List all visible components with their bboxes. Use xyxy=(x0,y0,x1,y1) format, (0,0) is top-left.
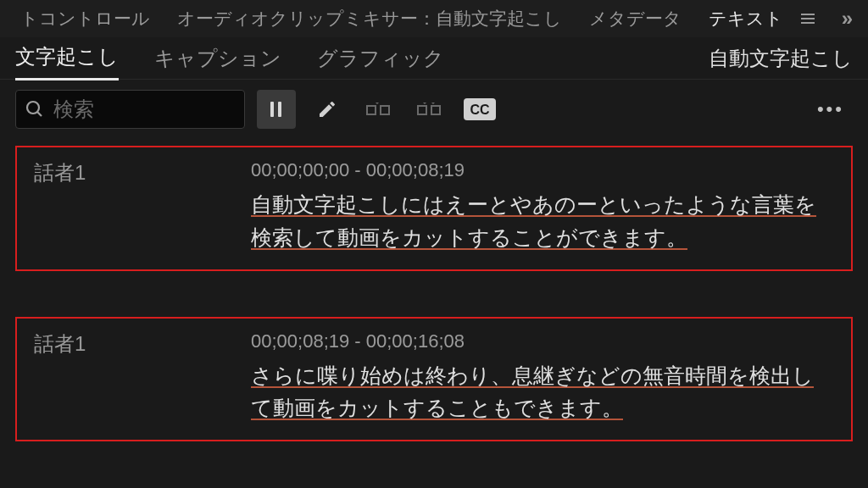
auto-transcribe-label[interactable]: 自動文字起こし xyxy=(709,45,853,72)
search-icon xyxy=(25,99,45,119)
subtab-captions[interactable]: キャプション xyxy=(154,38,281,79)
pause-detect-button[interactable] xyxy=(257,90,296,129)
tab-text[interactable]: テキスト xyxy=(695,7,797,30)
transcript-text[interactable]: 自動文字起こしにはえーとやあのーといったような言葉を検索して動画をカットすること… xyxy=(251,188,834,254)
segment-after-icon xyxy=(416,99,442,119)
svg-rect-9 xyxy=(418,106,426,114)
timecode: 00;00;08;19 - 00;00;16;08 xyxy=(251,330,834,352)
svg-rect-6 xyxy=(278,102,281,117)
transcript-toolbar: CC ••• xyxy=(0,80,868,141)
pencil-icon xyxy=(317,99,337,119)
transcript-segment[interactable]: 話者1 00;00;00;00 - 00;00;08;19 自動文字起こしにはえ… xyxy=(15,146,853,271)
panel-tabs: トコントロール オーディオクリップミキサー：自動文字起こし メタデータ テキスト… xyxy=(0,0,868,37)
search-field[interactable] xyxy=(15,90,245,129)
text-sub-tabs: 文字起こし キャプション グラフィック 自動文字起こし xyxy=(0,37,868,80)
subtab-transcribe[interactable]: 文字起こし xyxy=(15,36,119,80)
segment-before-icon xyxy=(365,99,391,119)
search-input[interactable] xyxy=(53,97,236,121)
svg-rect-10 xyxy=(431,106,440,114)
tab-control[interactable]: トコントロール xyxy=(7,7,164,30)
cc-button[interactable]: CC xyxy=(460,90,499,129)
speaker-label: 話者1 xyxy=(34,330,229,425)
tab-audio-clip-mixer[interactable]: オーディオクリップミキサー：自動文字起こし xyxy=(164,7,576,30)
speaker-label: 話者1 xyxy=(34,159,229,254)
segment-after-button[interactable] xyxy=(409,90,448,129)
svg-point-3 xyxy=(27,102,39,114)
timecode: 00;00;00;00 - 00;00;08;19 xyxy=(251,159,834,181)
more-options-button[interactable]: ••• xyxy=(809,98,853,120)
cc-icon: CC xyxy=(464,98,496,120)
svg-rect-7 xyxy=(367,106,376,114)
transcript-text[interactable]: さらに喋り始めは終わり、息継ぎなどの無音時間を検出して動画をカットすることもでき… xyxy=(251,359,834,425)
subtab-graphics[interactable]: グラフィック xyxy=(317,38,444,79)
transcript-list: 話者1 00;00;00;00 - 00;00;08;19 自動文字起こしにはえ… xyxy=(0,141,868,488)
edit-button[interactable] xyxy=(308,90,347,129)
tabs-overflow-icon[interactable]: » xyxy=(833,7,861,30)
svg-rect-8 xyxy=(381,106,389,114)
segment-before-button[interactable] xyxy=(359,90,398,129)
panel-menu-icon[interactable] xyxy=(800,13,815,25)
transcript-segment[interactable]: 話者1 00;00;08;19 - 00;00;16;08 さらに喋り始めは終わ… xyxy=(15,317,853,442)
tab-metadata[interactable]: メタデータ xyxy=(576,7,695,30)
pause-icon xyxy=(265,98,287,120)
svg-text:CC: CC xyxy=(470,103,490,117)
svg-line-4 xyxy=(37,112,42,116)
svg-rect-5 xyxy=(270,102,274,117)
